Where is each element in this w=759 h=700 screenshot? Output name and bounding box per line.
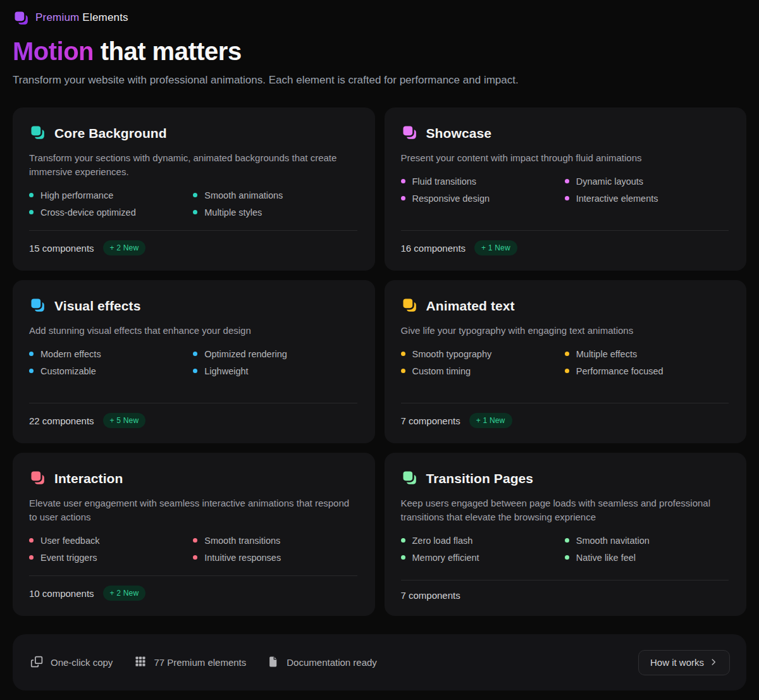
card-footer: 16 components + 1 New xyxy=(401,230,729,255)
card-head: Transition Pages xyxy=(401,469,729,488)
card-title: Visual effects xyxy=(54,298,140,314)
feature-label: Memory efficient xyxy=(412,553,479,563)
feature-label: High performance xyxy=(40,190,113,200)
divider xyxy=(401,403,729,403)
card-footer: 22 components + 5 New xyxy=(29,403,357,428)
card-description: Present your content with impact through… xyxy=(401,151,729,165)
feature-item: Smooth navitation xyxy=(565,536,729,546)
page-title: Motion that matters xyxy=(13,37,746,66)
feature-label: User feedback xyxy=(40,536,100,546)
feature-item: Smooth typography xyxy=(401,349,565,359)
feature-list: User feedback Smooth transitions Event t… xyxy=(29,536,357,563)
stat-label: 77 Premium elements xyxy=(154,657,246,668)
divider xyxy=(29,230,357,231)
brand-name-primary: Premium xyxy=(35,11,79,23)
footer-stats: One-click copy 77 Premium elements xyxy=(30,655,377,670)
card-title: Transition Pages xyxy=(426,471,534,486)
feature-label: Smooth typography xyxy=(412,349,492,359)
feature-item: High performance xyxy=(29,190,193,200)
stat-documentation: Documentation ready xyxy=(268,656,377,670)
stat-premium-elements: 77 Premium elements xyxy=(134,655,246,670)
feature-item: Optimized rendering xyxy=(193,349,357,359)
card-description: Keep users engaged between page loads wi… xyxy=(401,496,729,524)
copy-icon xyxy=(30,655,44,670)
page-subtitle: Transform your website with professional… xyxy=(13,73,746,87)
bullet-dot-icon xyxy=(565,179,569,183)
bullet-dot-icon xyxy=(401,196,405,200)
footer-bar: One-click copy 77 Premium elements xyxy=(13,634,746,691)
stat-label: Documentation ready xyxy=(287,657,377,668)
feature-label: Native like feel xyxy=(576,553,636,563)
category-card-core-background[interactable]: Core Background Transform your sections … xyxy=(13,107,375,271)
feature-list: Modern effects Optimized rendering Custo… xyxy=(29,349,357,376)
bullet-dot-icon xyxy=(193,210,197,214)
new-badge: + 2 New xyxy=(103,240,146,255)
card-description: Transform your sections with dynamic, an… xyxy=(29,151,357,179)
bullet-dot-icon xyxy=(565,555,569,560)
feature-label: Modern effects xyxy=(40,349,101,359)
feature-label: Intuitive responses xyxy=(204,553,281,563)
divider xyxy=(29,575,357,576)
feature-item: Lighweight xyxy=(193,366,357,376)
feature-label: Performance focused xyxy=(576,366,663,376)
feature-label: Optimized rendering xyxy=(204,349,287,359)
feature-item: Native like feel xyxy=(565,553,729,563)
feature-label: Fluid transitions xyxy=(412,176,477,187)
stacked-squares-icon xyxy=(401,124,417,143)
bullet-dot-icon xyxy=(401,179,405,183)
card-head: Animated text xyxy=(401,297,729,316)
feature-label: Dynamic layouts xyxy=(576,176,643,187)
feature-item: Modern effects xyxy=(29,349,193,359)
bullet-dot-icon xyxy=(401,352,405,356)
feature-item: Smooth animations xyxy=(193,190,357,200)
how-it-works-button[interactable]: How it works xyxy=(638,650,730,675)
feature-item: Cross-device optimized xyxy=(29,207,193,218)
card-footer: 15 components + 2 New xyxy=(29,230,357,255)
feature-list: Smooth typography Multiple effects Custo… xyxy=(401,349,729,376)
feature-item: Custom timing xyxy=(401,366,565,376)
new-badge: + 1 New xyxy=(474,240,517,255)
feature-item: Smooth transitions xyxy=(193,536,357,546)
components-count: 16 components xyxy=(401,243,466,254)
stacked-squares-icon xyxy=(401,297,417,316)
bullet-dot-icon xyxy=(193,352,197,356)
category-card-transition-pages[interactable]: Transition Pages Keep users engaged betw… xyxy=(385,453,747,616)
bullet-dot-icon xyxy=(565,352,569,356)
divider xyxy=(401,230,729,231)
bullet-dot-icon xyxy=(401,369,405,373)
bullet-dot-icon xyxy=(29,555,34,560)
category-card-animated-text[interactable]: Animated text Give life your typography … xyxy=(385,280,747,443)
card-head: Interaction xyxy=(29,469,357,488)
bullet-dot-icon xyxy=(193,193,197,197)
feature-list: Fluid transitions Dynamic layouts Respon… xyxy=(401,176,729,204)
feature-item: Multiple styles xyxy=(193,207,357,218)
feature-item: Customizable xyxy=(29,366,193,376)
page-title-rest: that matters xyxy=(94,37,242,65)
feature-item: Memory efficient xyxy=(401,553,565,563)
bullet-dot-icon xyxy=(29,193,34,197)
feature-item: Responsive design xyxy=(401,193,565,204)
brand-name-secondary: Elements xyxy=(82,11,128,23)
category-card-interaction[interactable]: Interaction Elevate user engagement with… xyxy=(13,453,375,616)
category-card-showcase[interactable]: Showcase Present your content with impac… xyxy=(385,107,747,271)
bullet-dot-icon xyxy=(193,369,197,373)
document-icon xyxy=(268,656,280,670)
new-badge: + 5 New xyxy=(103,413,146,428)
bullet-dot-icon xyxy=(29,352,34,356)
card-description: Add stunning visual effects that enhance… xyxy=(29,324,357,338)
bullet-dot-icon xyxy=(565,538,569,543)
feature-label: Event triggers xyxy=(40,553,97,563)
category-card-visual-effects[interactable]: Visual effects Add stunning visual effec… xyxy=(13,280,375,443)
feature-label: Smooth transitions xyxy=(204,536,280,546)
stacked-squares-icon xyxy=(13,9,29,26)
bullet-dot-icon xyxy=(565,196,569,200)
stat-one-click-copy: One-click copy xyxy=(30,655,113,670)
card-title: Showcase xyxy=(426,126,492,141)
brand: Premium Elements xyxy=(13,9,746,27)
card-title: Core Background xyxy=(54,126,167,141)
feature-item: Event triggers xyxy=(29,553,193,563)
bullet-dot-icon xyxy=(401,555,405,560)
feature-label: Zero load flash xyxy=(412,536,473,546)
feature-label: Responsive design xyxy=(412,193,490,204)
feature-item: Interactive elements xyxy=(565,193,729,204)
